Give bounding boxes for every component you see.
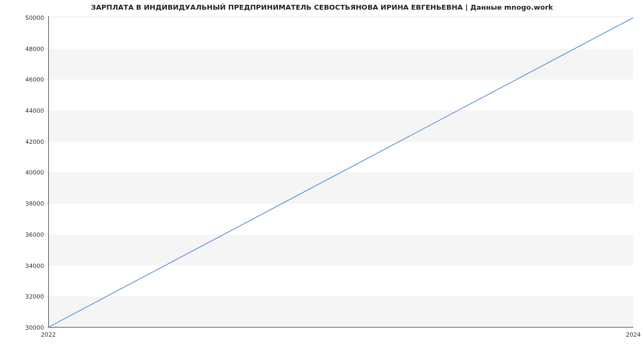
y-tick-label: 38000 bbox=[0, 200, 44, 207]
y-tick-label: 50000 bbox=[0, 14, 44, 21]
x-tick-label: 2022 bbox=[41, 331, 56, 338]
data-line bbox=[49, 18, 633, 327]
y-tick-label: 42000 bbox=[0, 138, 44, 145]
y-tick-label: 46000 bbox=[0, 76, 44, 83]
plot-area bbox=[48, 16, 633, 328]
y-tick-label: 34000 bbox=[0, 262, 44, 269]
y-tick-label: 30000 bbox=[0, 324, 44, 331]
y-tick-label: 36000 bbox=[0, 231, 44, 238]
y-tick-label: 44000 bbox=[0, 107, 44, 114]
y-tick-label: 40000 bbox=[0, 169, 44, 176]
y-tick-label: 32000 bbox=[0, 293, 44, 300]
line-series bbox=[49, 16, 633, 327]
chart-title: ЗАРПЛАТА В ИНДИВИДУАЛЬНЫЙ ПРЕДПРИНИМАТЕЛ… bbox=[0, 3, 644, 11]
chart-container: ЗАРПЛАТА В ИНДИВИДУАЛЬНЫЙ ПРЕДПРИНИМАТЕЛ… bbox=[0, 0, 644, 349]
y-tick-label: 48000 bbox=[0, 45, 44, 52]
x-tick-label: 2024 bbox=[626, 331, 641, 338]
